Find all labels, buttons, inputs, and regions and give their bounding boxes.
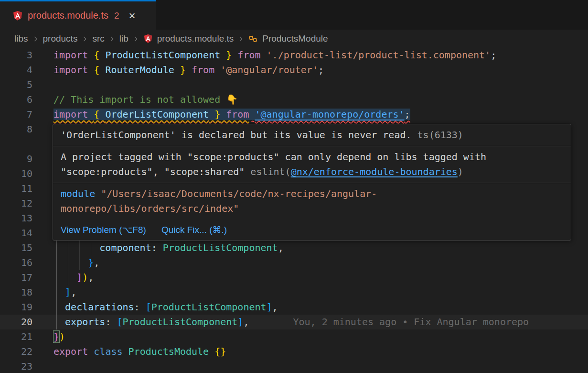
line-number[interactable]: 14 — [0, 226, 32, 241]
chevron-right-icon — [133, 36, 139, 42]
code-line-16[interactable]: 16 }, — [0, 255, 588, 270]
code-token: // This import is not allowed — [53, 94, 226, 105]
code-token: RouterModule — [105, 64, 174, 76]
code-content[interactable]: export class ProductsModule {} — [53, 344, 588, 359]
code-line-5[interactable]: 5 — [0, 77, 588, 92]
line-number[interactable]: 5 — [0, 77, 32, 92]
code-content[interactable]: }) — [53, 329, 588, 344]
tab-products-module[interactable]: products.module.ts 2 × — [0, 0, 156, 30]
indent-guide — [56, 241, 57, 255]
code-token: declarations — [53, 301, 134, 313]
code-token: , — [71, 286, 76, 298]
code-token: { — [94, 109, 105, 120]
eslint-rule-link[interactable]: @nx/enforce-module-boundaries — [291, 166, 458, 177]
code-line-22[interactable]: 22export class ProductsModule {} — [0, 344, 588, 359]
line-number[interactable]: 6 — [0, 92, 32, 107]
line-number[interactable]: 20 — [0, 315, 32, 329]
code-token: { — [94, 64, 105, 76]
code-token: ProductListComponent — [163, 242, 278, 253]
eslint-source-prefix: eslint( — [245, 166, 290, 177]
code-content[interactable]: ]), — [53, 270, 588, 285]
line-number[interactable]: 12 — [0, 196, 32, 211]
line-number[interactable]: 23 — [0, 359, 32, 373]
tab-bar: products.module.ts 2 × — [0, 0, 588, 30]
code-token: , — [88, 272, 94, 283]
breadcrumb: libs products src lib products.module.ts… — [0, 30, 588, 48]
code-line-6[interactable]: 6// This import is not allowed 👇 — [0, 92, 588, 107]
code-token: './product-list/product-list.component' — [267, 49, 491, 61]
hover-tooltip: 'OrderListComponent' is declared but its… — [53, 124, 571, 241]
indent-guide — [56, 300, 57, 315]
code-line-4[interactable]: 4import { RouterModule } from '@angular/… — [0, 63, 588, 77]
indent-guide — [68, 270, 68, 285]
code-content[interactable]: declarations: [ProductListComponent], — [53, 300, 588, 315]
indent-guide — [56, 285, 57, 300]
line-number[interactable]: 8 — [0, 122, 32, 137]
code-content[interactable]: }, — [53, 255, 588, 270]
code-token: , — [278, 242, 284, 253]
line-number[interactable]: 3 — [0, 48, 32, 63]
error-squiggle-span: import { OrderListComponent } from '@ang… — [53, 109, 410, 120]
quick-fix-button[interactable]: Quick Fix... (⌘.) — [161, 224, 227, 236]
view-problem-button[interactable]: View Problem (⌥F8) — [61, 224, 146, 236]
line-number[interactable]: 21 — [0, 329, 32, 344]
indent-guide — [91, 241, 91, 255]
git-blame-annotation: You, 2 minutes ago • Fix Angular monorep… — [293, 316, 529, 328]
code-line-7[interactable]: 7import { OrderListComponent } from '@an… — [0, 107, 588, 122]
code-line-19[interactable]: 19 declarations: [ProductListComponent], — [0, 300, 588, 315]
breadcrumb-item-lib[interactable]: lib — [119, 33, 128, 44]
hover-ts-diagnostic: 'OrderListComponent' is declared but its… — [53, 124, 571, 146]
breadcrumb-item-src[interactable]: src — [92, 33, 104, 44]
line-number[interactable]: 15 — [0, 241, 32, 255]
indent-guide — [79, 241, 80, 255]
line-number[interactable]: 9 — [0, 152, 32, 166]
code-content[interactable]: import { OrderListComponent } from '@ang… — [53, 107, 588, 122]
code-content[interactable]: ], — [53, 285, 588, 300]
line-number[interactable]: 22 — [0, 344, 32, 359]
code-token: ProductListComponent — [105, 49, 220, 61]
code-line-17[interactable]: 17 ]), — [0, 270, 588, 285]
code-content[interactable]: import { ProductListComponent } from './… — [53, 48, 588, 63]
breadcrumb-item-products[interactable]: products — [43, 33, 78, 44]
breadcrumb-item-libs[interactable]: libs — [14, 33, 28, 44]
indent-guide — [68, 241, 68, 255]
code-editor: 3import { ProductListComponent } from '.… — [0, 48, 588, 373]
chevron-right-icon — [109, 36, 115, 42]
line-number[interactable]: 4 — [0, 63, 32, 77]
close-icon[interactable]: × — [129, 10, 136, 22]
code-token: ) — [59, 331, 65, 342]
line-number[interactable]: 17 — [0, 270, 32, 285]
eslint-source-suffix: ) — [458, 166, 463, 177]
line-number[interactable]: 10 — [0, 166, 32, 181]
ts-error-code: ts(6133) — [412, 129, 463, 141]
code-token: '@angular/router' — [220, 64, 318, 76]
indent-guide — [56, 255, 57, 270]
line-number[interactable]: 16 — [0, 255, 32, 270]
code-token: } — [174, 64, 186, 76]
line-number[interactable]: 7 — [0, 107, 32, 122]
code-token: ; — [318, 64, 324, 76]
code-content[interactable]: import { RouterModule } from '@angular/r… — [53, 63, 588, 77]
breadcrumb-item-file[interactable]: products.module.ts — [157, 33, 234, 44]
module-path-link[interactable]: '@angular-monorepo/orders' — [255, 109, 405, 120]
code-token: ProductsModule — [128, 346, 215, 357]
line-number[interactable]: 19 — [0, 300, 32, 315]
line-number[interactable]: 13 — [0, 211, 32, 226]
code-line-3[interactable]: 3import { ProductListComponent } from '.… — [0, 48, 588, 63]
code-token: class — [94, 346, 128, 357]
code-line-21[interactable]: 21}) — [0, 329, 588, 344]
line-number[interactable]: 18 — [0, 285, 32, 300]
code-content[interactable]: exports: [ProductListComponent],You, 2 m… — [53, 315, 588, 329]
code-line-15[interactable]: 15 component: ProductListComponent, — [0, 241, 588, 255]
code-line-23[interactable]: 23 — [0, 359, 588, 373]
code-line-18[interactable]: 18 ], — [0, 285, 588, 300]
code-content[interactable]: // This import is not allowed 👇 — [53, 92, 588, 107]
breadcrumb-item-symbol[interactable]: ProductsModule — [262, 33, 328, 44]
code-line-20[interactable]: 20 exports: [ProductListComponent],You, … — [0, 315, 588, 329]
line-number[interactable]: 11 — [0, 181, 32, 196]
chevron-right-icon — [32, 36, 39, 42]
code-token: from — [186, 64, 220, 76]
code-content[interactable]: component: ProductListComponent, — [53, 241, 588, 255]
ts-error-message: 'OrderListComponent' is declared but its… — [61, 129, 412, 141]
code-token: , — [243, 316, 249, 328]
